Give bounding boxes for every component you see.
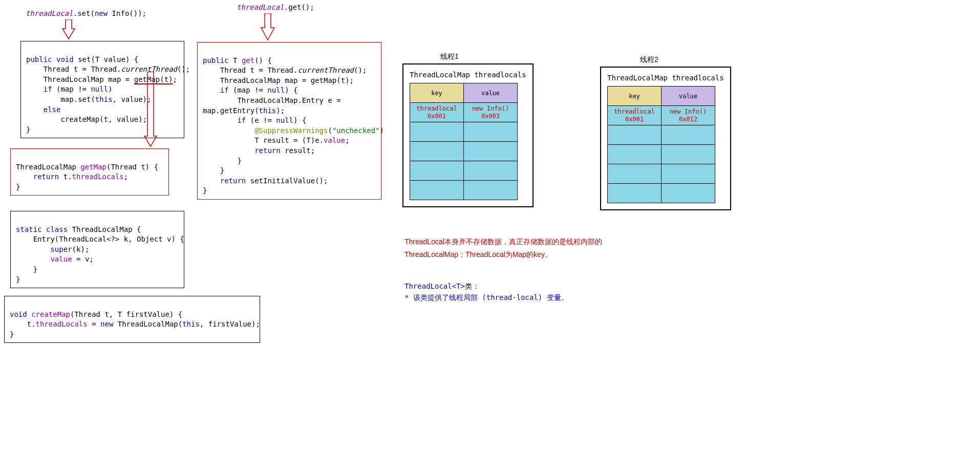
table-row [410,161,464,181]
thread1-title: 线程1 [440,52,459,61]
code-createmap-method: void createMap(Thread t, T firstValue) {… [4,296,260,343]
thread2-value-header: value [662,87,715,106]
table-row [464,181,518,200]
thread2-key-0: threadlocal0x001 [608,106,662,125]
thread1-map-label: ThreadLocalMap threadlocals [410,71,526,79]
caption-set: threadLocal.set(new Info()); [26,9,146,17]
arrow-to-get [260,13,275,42]
thread2-key-header: key [608,87,662,106]
code-get-method: public T get() { Thread t = Thread.curre… [197,42,381,200]
thread1-val-0: new Info()0x003 [464,103,518,122]
table-row [662,125,715,145]
table-row [410,122,464,142]
arrow-to-getmap [143,72,158,148]
table-row [464,142,518,161]
table-row [608,164,662,184]
thread2-map-label: ThreadLocalMap threadlocals [607,74,724,82]
arrow-to-set [61,19,76,41]
caption-set-var: threadLocal [26,9,73,17]
table-row [464,122,518,142]
table-row [662,184,715,203]
table-row [410,181,464,200]
note-javadoc: ThreadLocal<T>类： * 该类提供了线程局部 (thread-loc… [404,280,568,304]
thread2-table: key value threadlocal0x001 new Info()0x0… [607,86,715,203]
thread1-map-box: ThreadLocalMap threadlocals key value th… [402,63,534,207]
caption-get: threadLocal.get(); [237,3,314,11]
note-summary: ThreadLocal本身并不存储数据，真正存储数据的是线程内部的 Thread… [404,235,602,261]
table-row [464,161,518,181]
thread1-table: key value threadlocal0x001 new Info()0x0… [410,83,518,200]
thread1-key-0: threadlocal0x001 [410,103,464,122]
table-row [608,125,662,145]
table-row [662,164,715,184]
table-row [608,145,662,164]
table-row [608,184,662,203]
thread2-title: 线程2 [640,55,658,64]
table-row [662,145,715,164]
thread2-map-box: ThreadLocalMap threadlocals key value th… [600,67,731,210]
code-set-method: public void set(T value) { Thread t = Th… [20,41,184,138]
thread1-key-header: key [410,83,464,103]
code-getmap-method: ThreadLocalMap getMap(Thread t) { return… [10,148,169,196]
thread2-val-0: new Info()0x012 [662,106,715,125]
thread1-value-header: value [464,83,518,103]
code-threadlocalmap-class: static class ThreadLocalMap { Entry(Thre… [10,211,184,288]
table-row [410,142,464,161]
